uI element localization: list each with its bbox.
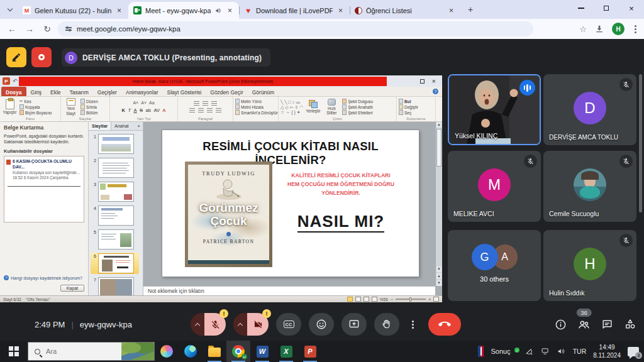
ribbon-tab-gecisler[interactable]: Geçişler [93, 87, 121, 96]
slide-scrollbar[interactable]: ▲ ▼ ▲ ▼ [435, 122, 442, 286]
text-direction-button[interactable]: Metin Yönü [235, 99, 278, 104]
notes-pane[interactable]: Not eklemek için tıklatın [143, 286, 435, 295]
close-window-button[interactable]: × [619, 0, 644, 16]
replace-button[interactable]: Değiştir [399, 104, 418, 109]
ppt-close-icon[interactable]: × [432, 78, 436, 85]
current-slide[interactable]: RESİMLİ ÇOCUK KİTABI NASIL İNCELENİR? TR… [162, 130, 419, 277]
slide-thumbnail-6-selected[interactable]: 6 [91, 253, 139, 274]
numbering-icon[interactable] [203, 101, 208, 106]
notifications-button[interactable]: 2 [628, 347, 639, 356]
bold-icon[interactable]: K [122, 107, 125, 113]
font-color-icon[interactable]: A [162, 107, 165, 113]
raise-hand-button[interactable] [374, 313, 399, 336]
mic-options-chevron-icon[interactable] [191, 313, 204, 336]
quick-styles-button[interactable]: Hızlı Stiller [323, 98, 340, 116]
info-button[interactable] [555, 319, 567, 331]
network-icon[interactable] [541, 348, 550, 355]
close-icon[interactable]: × [115, 6, 123, 15]
font-size-down-icon[interactable]: A˅ [141, 101, 147, 105]
minimize-button[interactable] [569, 0, 594, 16]
browser-menu-icon[interactable] [635, 28, 636, 30]
new-slide-button[interactable]: Yeni Slayt [63, 98, 79, 116]
tab-meet[interactable]: Meet - eyw-gqwv-kpa × [128, 2, 239, 19]
section-button[interactable]: Bölüm [80, 110, 98, 115]
slide-thumbnail-3[interactable]: 3 [91, 181, 139, 202]
undo-icon[interactable]: ↶ [13, 79, 18, 84]
reload-button[interactable]: ↻ [40, 22, 54, 36]
tab-ogrenci-listesi[interactable]: Öğrenci Listesi × [350, 2, 460, 19]
shadow-icon[interactable]: ab [146, 107, 151, 113]
download-icon[interactable] [594, 24, 604, 34]
restore-button[interactable] [594, 0, 619, 16]
shape-outline-button[interactable]: Şekil Anahattı [342, 104, 373, 109]
slide-thumbnail-4[interactable]: 4 [91, 205, 139, 226]
taskbar-file-explorer[interactable] [203, 341, 226, 362]
outline-tab[interactable]: Anahat [111, 122, 131, 130]
cut-button[interactable]: ✂Kes [19, 99, 52, 104]
search-highlight-art[interactable] [121, 343, 154, 360]
slide-thumbnail-5[interactable]: 5 [91, 229, 139, 250]
scrollbar-thumb[interactable] [436, 129, 441, 167]
close-icon[interactable]: × [447, 6, 455, 15]
ribbon-tab-tasarim[interactable]: Tasarım [65, 87, 93, 96]
layout-button[interactable]: Düzen [80, 99, 98, 104]
copy-button[interactable]: Kopyala [19, 104, 52, 109]
participant-tile-cemile[interactable]: Cemile Sucuoglu [543, 151, 636, 222]
captions-button[interactable]: CC [276, 313, 301, 336]
close-icon[interactable]: × [336, 6, 345, 15]
recovery-close-button[interactable]: Kapat [60, 285, 84, 292]
tray-text[interactable]: Sonuç [491, 348, 510, 355]
font-size-up-icon[interactable]: A˄ [133, 101, 138, 105]
zoom-slider[interactable] [396, 299, 426, 300]
bookmark-star-icon[interactable]: ☆ [579, 25, 587, 34]
format-painter-button[interactable]: Biçim Boyacısı [19, 110, 52, 115]
fit-to-window-icon[interactable] [433, 297, 439, 302]
bullets-icon[interactable] [194, 101, 199, 106]
microphone-control[interactable]: ! [191, 313, 226, 336]
clock[interactable]: 14:49 8.11.2024 [593, 343, 621, 359]
select-button[interactable]: Seç [399, 110, 418, 115]
taskbar-powerpoint[interactable]: P [298, 341, 322, 362]
next-slide-icon[interactable]: ▼ [436, 280, 441, 286]
language-indicator[interactable]: TUR [573, 348, 587, 355]
ribbon-tab-gozden-gecir[interactable]: Gözden Geçir [206, 87, 247, 96]
activities-button[interactable] [624, 318, 636, 331]
taskbar-copilot[interactable] [155, 341, 179, 362]
align-right-icon[interactable] [207, 108, 213, 112]
more-options-button[interactable] [407, 313, 418, 336]
slideshow-icon[interactable] [372, 297, 377, 302]
annotation-button[interactable] [6, 47, 26, 67]
shape-effects-button[interactable]: Şekil Efektleri [342, 110, 373, 115]
back-button[interactable]: ← [5, 22, 19, 36]
participant-tile-dervise[interactable]: D DERVİŞE AMCA TOKLU [543, 74, 636, 145]
align-text-button[interactable]: Metni Hizala [235, 104, 278, 109]
search-input[interactable] [45, 347, 108, 356]
participant-tile-hulin[interactable]: H Hulin Sıddık [543, 230, 636, 301]
zoom-slider-thumb[interactable] [409, 297, 411, 302]
camera-control[interactable]: ! [233, 313, 269, 336]
previous-slide-icon[interactable]: ▲ [436, 273, 441, 279]
recording-button[interactable] [31, 47, 52, 67]
recovered-file-item[interactable]: 6 KASIM-ÇOCUKTA OLUMLU DAV... Kullanıcı … [6, 159, 82, 181]
new-tab-button[interactable]: + [463, 2, 478, 17]
align-left-icon[interactable] [189, 108, 195, 112]
taskbar-chrome[interactable]: H [226, 341, 250, 362]
arrange-button[interactable]: Yerleştir [305, 98, 321, 116]
shape-fill-button[interactable]: Şekil Dolgusu [342, 99, 373, 104]
slide-thumbnail-1[interactable]: 1 [91, 133, 139, 155]
site-settings-icon[interactable] [65, 27, 72, 30]
underline-icon[interactable]: A [134, 107, 137, 113]
reactions-button[interactable] [309, 313, 334, 336]
taskbar-excel[interactable]: X [274, 341, 298, 362]
people-button[interactable]: 36 [577, 318, 591, 331]
participant-tile-yuksel[interactable]: Yüksel KILINÇ [448, 74, 541, 145]
close-pane-icon[interactable]: × [135, 122, 143, 130]
help-icon[interactable]: ? [433, 89, 438, 94]
clear-format-icon[interactable]: Aa [149, 101, 155, 105]
tab-audio-icon[interactable] [214, 8, 222, 14]
ribbon-tab-ekle[interactable]: Ekle [46, 87, 65, 96]
start-button[interactable] [0, 341, 28, 362]
participants-scrollbar[interactable] [639, 74, 642, 212]
strikethrough-icon[interactable]: S [140, 107, 143, 113]
tray-app-icon[interactable] [525, 348, 534, 356]
